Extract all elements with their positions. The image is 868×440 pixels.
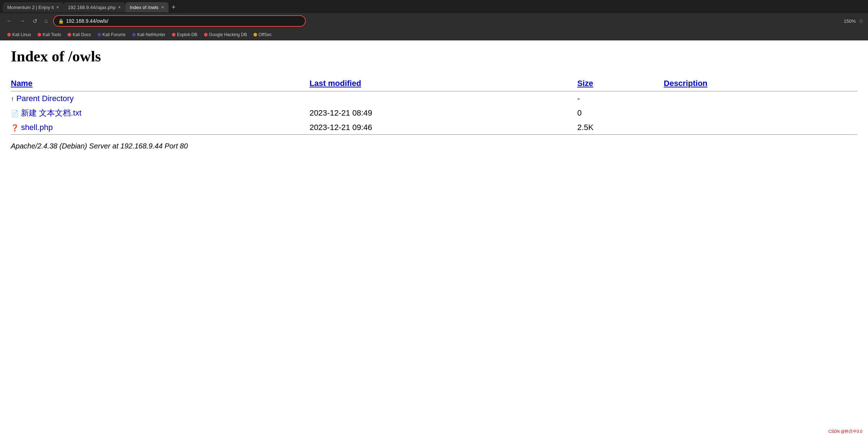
table-row: 📄 新建 文本文档.txt 2023-12-21 08:49 0 xyxy=(11,105,857,121)
bookmark-kali-nethunter[interactable]: Kali NetHunter xyxy=(129,31,168,38)
bookmark-google-hacking-icon xyxy=(204,33,208,36)
file-name-cell: ❓ shell.php xyxy=(11,121,309,135)
file-size-cell: - xyxy=(577,92,664,105)
file-description-cell xyxy=(664,105,857,121)
nav-bar: ← → ↺ ⌂ 🔒 150% ☆ xyxy=(0,13,868,29)
bookmark-kali-forums-label: Kali Forums xyxy=(103,32,126,37)
bookmark-kali-tools-icon xyxy=(38,33,41,36)
bookmark-kali-tools[interactable]: Kali Tools xyxy=(35,31,64,38)
tab-momentum-label: Momentum 2 | Enjoy it xyxy=(7,5,54,10)
bookmark-google-hacking[interactable]: Google Hacking DB xyxy=(201,31,250,38)
file-link[interactable]: Parent Directory xyxy=(16,94,74,103)
tab-owls-close[interactable]: ✕ xyxy=(161,5,164,10)
file-size-cell: 0 xyxy=(577,105,664,121)
bookmark-kali-nethunter-label: Kali NetHunter xyxy=(137,32,165,37)
file-name-cell: ↑ Parent Directory xyxy=(11,92,309,105)
tab-momentum-close[interactable]: ✕ xyxy=(56,5,59,10)
lock-icon: 🔒 xyxy=(58,18,64,24)
file-size-cell: 2.5K xyxy=(577,121,664,135)
address-bar-wrapper: 🔒 xyxy=(53,15,306,27)
tab-owls[interactable]: Index of /owls ✕ xyxy=(125,2,169,12)
file-icon: ↑ xyxy=(11,95,14,103)
bookmark-exploit-db-icon xyxy=(172,33,175,36)
bookmarks-bar: Kali Linux Kali Tools Kali Docs Kali For… xyxy=(0,29,868,40)
table-row: ↑ Parent Directory - xyxy=(11,92,857,105)
file-modified-cell: 2023-12-21 08:49 xyxy=(309,105,577,121)
tab-momentum[interactable]: Momentum 2 | Enjoy it ✕ xyxy=(3,2,64,12)
table-header-row: Name Last modified Size Description xyxy=(11,76,857,91)
file-modified-cell xyxy=(309,92,577,105)
file-description-cell xyxy=(664,121,857,135)
bookmark-kali-linux[interactable]: Kali Linux xyxy=(4,31,34,38)
back-button[interactable]: ← xyxy=(4,16,14,26)
file-icon: 📄 xyxy=(11,110,19,117)
bookmark-offsec-icon xyxy=(253,33,257,36)
bookmark-kali-linux-icon xyxy=(7,33,11,36)
bookmark-kali-forums[interactable]: Kali Forums xyxy=(95,31,129,38)
col-size-header[interactable]: Size xyxy=(577,76,664,91)
bookmark-star-button[interactable]: ☆ xyxy=(859,18,864,25)
tab-ajax-close[interactable]: ✕ xyxy=(118,5,121,10)
bookmark-exploit-db[interactable]: Exploit-DB xyxy=(169,31,200,38)
col-description-header[interactable]: Description xyxy=(664,76,857,91)
page-title: Index of /owls xyxy=(11,48,857,65)
bookmark-kali-forums-icon xyxy=(97,33,101,36)
bookmark-exploit-db-label: Exploit-DB xyxy=(177,32,198,37)
address-input[interactable] xyxy=(66,18,301,24)
file-description-cell xyxy=(664,92,857,105)
bookmark-kali-nethunter-icon xyxy=(132,33,136,36)
tab-bar: Momentum 2 | Enjoy it ✕ 192.168.9.44//aj… xyxy=(0,0,868,13)
bookmark-kali-docs[interactable]: Kali Docs xyxy=(65,31,94,38)
reload-button[interactable]: ↺ xyxy=(30,16,39,26)
server-info: Apache/2.4.38 (Debian) Server at 192.168… xyxy=(11,142,857,150)
file-link[interactable]: 新建 文本文档.txt xyxy=(21,108,81,117)
file-icon: ❓ xyxy=(11,124,19,131)
browser-chrome: Momentum 2 | Enjoy it ✕ 192.168.9.44//aj… xyxy=(0,0,868,40)
col-modified-header[interactable]: Last modified xyxy=(309,76,577,91)
bookmark-kali-docs-icon xyxy=(68,33,71,36)
csdn-watermark: CSDN @矜庄中3.0 xyxy=(828,429,862,434)
file-modified-cell: 2023-12-21 09:46 xyxy=(309,121,577,135)
bookmark-google-hacking-label: Google Hacking DB xyxy=(209,32,247,37)
bookmark-kali-tools-label: Kali Tools xyxy=(43,32,61,37)
home-button[interactable]: ⌂ xyxy=(42,16,50,26)
bookmark-kali-linux-label: Kali Linux xyxy=(12,32,31,37)
col-name-header[interactable]: Name xyxy=(11,76,309,91)
forward-button[interactable]: → xyxy=(17,16,27,26)
table-row: ❓ shell.php 2023-12-21 09:46 2.5K xyxy=(11,121,857,135)
new-tab-button[interactable]: + xyxy=(169,4,178,11)
index-table: Name Last modified Size Description ↑ Pa… xyxy=(11,76,857,135)
tab-ajax-label: 192.168.9.44//ajax.php xyxy=(68,5,116,10)
bookmark-offsec-label: OffSec xyxy=(259,32,272,37)
file-link[interactable]: shell.php xyxy=(21,123,53,132)
zoom-indicator: 150% xyxy=(844,18,856,24)
tab-owls-label: Index of /owls xyxy=(130,5,159,10)
tab-ajax[interactable]: 192.168.9.44//ajax.php ✕ xyxy=(64,2,125,12)
table-footer-separator xyxy=(11,134,857,135)
page-content: Index of /owls Name Last modified Size D… xyxy=(0,40,868,440)
file-name-cell: 📄 新建 文本文档.txt xyxy=(11,105,309,121)
bookmark-offsec[interactable]: OffSec xyxy=(251,31,274,38)
bookmark-kali-docs-label: Kali Docs xyxy=(73,32,91,37)
